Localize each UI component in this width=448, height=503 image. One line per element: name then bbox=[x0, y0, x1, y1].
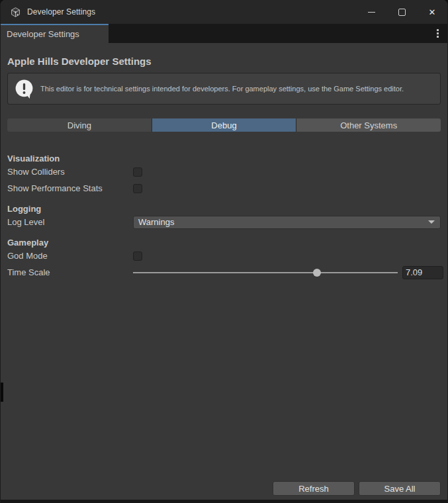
chevron-down-icon bbox=[428, 220, 435, 224]
save-all-button[interactable]: Save All bbox=[359, 481, 441, 496]
minimize-button[interactable] bbox=[356, 0, 386, 24]
log-level-label: Log Level bbox=[7, 217, 133, 227]
god-mode-label: God Mode bbox=[7, 251, 133, 261]
row-show-colliders: Show Colliders bbox=[7, 163, 441, 180]
refresh-button[interactable]: Refresh bbox=[273, 481, 355, 496]
close-icon: ✕ bbox=[429, 8, 436, 17]
log-level-value: Warnings bbox=[138, 217, 174, 227]
time-scale-input[interactable] bbox=[402, 266, 443, 279]
info-bubble-icon bbox=[13, 78, 35, 100]
toolbar-tab-diving[interactable]: Diving bbox=[7, 118, 152, 132]
row-log-level: Log Level Warnings bbox=[7, 214, 441, 230]
toolbar-tab-other-systems[interactable]: Other Systems bbox=[296, 118, 441, 132]
slider-thumb[interactable] bbox=[313, 269, 321, 277]
log-level-dropdown[interactable]: Warnings bbox=[133, 216, 441, 229]
help-box: This editor is for technical settings in… bbox=[7, 73, 441, 105]
minimize-icon bbox=[368, 12, 375, 13]
section-title-gameplay: Gameplay bbox=[7, 238, 441, 248]
editor-tab-bar: Developer Settings bbox=[1, 24, 447, 43]
toolbar-tab-debug[interactable]: Debug bbox=[152, 118, 297, 132]
time-scale-slider[interactable] bbox=[133, 266, 398, 279]
category-toolbar: Diving Debug Other Systems bbox=[7, 118, 441, 132]
tab-developer-settings[interactable]: Developer Settings bbox=[1, 24, 109, 43]
window-left-edge-notch bbox=[1, 383, 3, 402]
window-controls: ✕ bbox=[356, 0, 447, 24]
row-god-mode: God Mode bbox=[7, 248, 441, 264]
slider-track bbox=[133, 272, 398, 273]
time-scale-label: Time Scale bbox=[7, 267, 133, 277]
section-title-visualization: Visualization bbox=[7, 154, 441, 163]
maximize-button[interactable] bbox=[386, 0, 417, 24]
section-title-logging: Logging bbox=[7, 204, 441, 214]
row-show-performance-stats: Show Performance Stats bbox=[7, 180, 441, 197]
unity-cube-icon bbox=[10, 7, 21, 18]
row-time-scale: Time Scale bbox=[7, 264, 441, 281]
show-performance-stats-label: Show Performance Stats bbox=[7, 183, 133, 193]
developer-settings-window: Developer Settings ✕ Developer Settings … bbox=[0, 0, 448, 503]
settings-content: Apple Hills Developer Settings This edit… bbox=[1, 43, 447, 500]
kebab-menu-icon[interactable] bbox=[427, 24, 447, 43]
window-titlebar[interactable]: Developer Settings ✕ bbox=[1, 0, 447, 24]
show-colliders-checkbox[interactable] bbox=[133, 167, 142, 177]
window-title: Developer Settings bbox=[27, 7, 95, 17]
show-performance-stats-checkbox[interactable] bbox=[133, 184, 142, 193]
tab-label: Developer Settings bbox=[7, 29, 79, 39]
help-box-text: This editor is for technical settings in… bbox=[40, 84, 430, 94]
footer-button-row: Refresh Save All bbox=[7, 481, 441, 496]
window-bottom-edge bbox=[1, 500, 447, 503]
god-mode-checkbox[interactable] bbox=[133, 252, 142, 261]
maximize-icon bbox=[398, 9, 406, 16]
page-title: Apple Hills Developer Settings bbox=[7, 56, 441, 67]
show-colliders-label: Show Colliders bbox=[7, 167, 133, 177]
close-button[interactable]: ✕ bbox=[417, 0, 447, 24]
